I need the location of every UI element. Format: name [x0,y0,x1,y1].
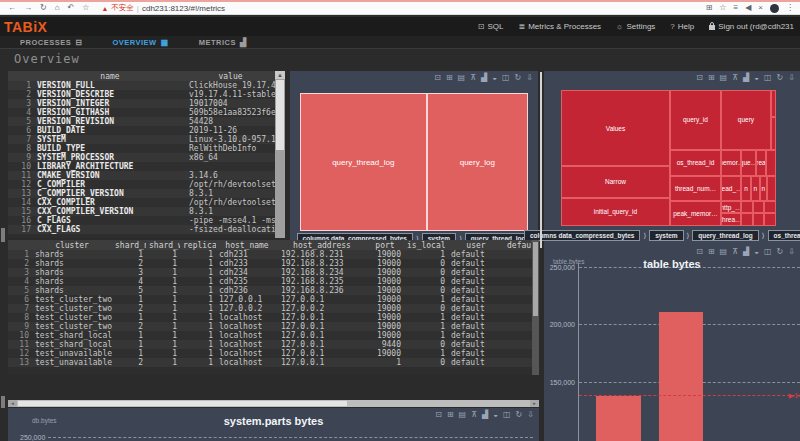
bar-mode-icon[interactable]: ▟ [482,410,488,420]
save-image-icon[interactable]: ▤ [459,410,467,420]
resize-grip[interactable] [1,396,5,408]
treemap-cell[interactable]: n [760,176,768,201]
save-image-icon[interactable]: ▤ [720,73,728,83]
autoscale-icon[interactable]: ⊼ [470,73,476,83]
autoscale-icon[interactable]: ⊼ [732,73,738,83]
table-row[interactable]: 10 test_shard_localho 1 1 1 localhost 12… [8,331,532,340]
treemap-cell[interactable]: memor… [721,150,741,176]
reload-icon[interactable]: ↻ [40,3,47,13]
treemap-cell[interactable]: thread_num… [670,176,721,201]
table-row[interactable]: 5 VERSION_REVISION 54428 [8,117,275,126]
pathbar-chip[interactable]: system [649,230,683,241]
table-row[interactable]: 15 CXX_COMPILER_VERSION 8.3.1 [8,207,275,216]
reset-axes-icon[interactable]: ↻ [516,410,523,420]
table-row[interactable]: 4 shards 4 1 1 cdh235 192.168.8.235 1900… [8,277,532,286]
table-row[interactable]: 5 shards 5 1 1 cdh236 192.168.8.236 1900… [8,286,532,295]
table-row[interactable]: 10 LIBRARY_ARCHITECTURE [8,162,275,171]
tab-overview[interactable]: OVERVIEW ▦ [112,38,168,47]
treemap-cell[interactable]: initial_query_id [561,198,670,226]
col-name[interactable]: name [34,71,186,81]
horizontal-scrollbar[interactable]: ◂ ▸ [8,400,539,407]
table-row[interactable]: 12 C_COMPILER /opt/rh/devtoolset-8/root/… [8,180,275,189]
treemap-cell[interactable]: rea [756,150,766,176]
col-index[interactable] [8,71,34,81]
scrollbar-thumb[interactable] [18,401,347,406]
zoom-box-icon[interactable]: ⊡ [435,410,442,420]
treemap-cell[interactable]: query_id [670,90,721,150]
table-row[interactable]: 8 BUILD_TYPE RelWithDebInfo [8,144,275,153]
bar-mode-icon[interactable]: ▟ [481,73,487,83]
nav-settings[interactable]: ☼ Settings [616,22,655,31]
column-header[interactable] [8,240,32,250]
treemap-cell[interactable] [753,213,765,226]
table-row[interactable]: 7 test_cluster_two_s 2 1 1 127.0.0.2 127… [8,304,532,313]
bar-mode-icon[interactable]: ▟ [743,247,749,257]
save-image-icon[interactable]: ▤ [720,247,728,257]
table-row[interactable]: 12 test_unavailable_s 1 1 1 localhost 12… [8,349,532,358]
table-row[interactable]: 3 shards 3 1 1 cdh234 192.168.8.234 1900… [8,268,532,277]
tab-processes[interactable]: PROCESSES ⊟ [20,38,82,47]
nav-sign-out[interactable]: Sign out (rd@cdh231 [709,22,794,32]
treemap-cell[interactable] [766,150,776,176]
favorite-star-icon[interactable]: ☆ [719,3,726,13]
treemap-cell[interactable] [764,213,776,226]
scroll-up-icon[interactable]: ▲ [275,71,285,79]
table-row[interactable]: 6 BUILD_DATE 2019-11-26 [8,126,275,135]
column-header[interactable]: host_address [278,240,366,250]
back-icon[interactable]: ← [8,3,16,13]
table-row[interactable]: 7 SYSTEM Linux-3.10.0-957.1.3.el7.x86 [8,135,275,144]
treemap-cell[interactable]: n [751,176,760,201]
hover-mode-icon[interactable]: ◒ [754,73,759,83]
pan-icon[interactable]: ⊞ [446,73,453,83]
pan-icon[interactable]: ⊞ [708,247,715,257]
column-header[interactable]: user [448,240,504,250]
profile-avatar[interactable] [770,4,779,13]
history-icon[interactable]: ↶ [68,3,75,13]
browser-menu-icon[interactable]: ⋮ [786,3,794,13]
column-header[interactable]: is_local [404,240,448,250]
resize-grip[interactable] [1,228,5,242]
save-image-icon[interactable]: ▤ [458,73,466,83]
reset-axes-icon[interactable]: ↻ [777,73,784,83]
treemap-cell[interactable]: Values [561,90,670,166]
table-row[interactable]: 2 shards 2 1 1 cdh233 192.168.8.233 1900… [8,259,532,268]
treemap-cell[interactable]: que… [741,150,756,176]
col-value[interactable]: value [186,71,275,81]
table-row[interactable]: 13 C_COMPILER_VERSION 8.3.1 [8,189,275,198]
scrollbar-thumb[interactable] [533,242,538,316]
treemap-cell[interactable]: query_log [427,93,528,231]
compare-mode-icon[interactable]: ◫ [502,73,510,83]
autoscale-icon[interactable]: ⊼ [732,247,738,257]
cluster-table-scrollbar[interactable] [532,240,539,375]
column-header[interactable]: host_name [216,240,278,250]
table-row[interactable]: 1 shards 1 1 1 cdh231 192.168.8.231 1900… [8,250,532,259]
home-icon[interactable]: ⌂ [55,3,60,13]
speaker-icon[interactable]: ◀ [745,3,751,13]
nav-help[interactable]: ? Help [670,22,694,31]
forward-icon[interactable]: → [24,3,32,13]
treemap-cell[interactable]: query [721,90,771,150]
download-icon[interactable]: ⇩ [788,73,795,83]
pan-icon[interactable]: ⊞ [447,410,454,420]
scroll-left-icon[interactable]: ◂ [8,400,17,407]
table-row[interactable]: 17 CXX_FLAGS -fsized-deallocation -pipe … [8,225,275,234]
treemap-cell[interactable] [753,201,765,214]
hover-mode-icon[interactable]: ◒ [754,247,759,257]
bar[interactable] [596,396,641,441]
nav-sql[interactable]: ⊡ SQL [478,22,504,31]
treemap-cell[interactable]: query_thread_log [300,93,427,231]
compare-mode-icon[interactable]: ◫ [503,410,511,420]
treemap-cell[interactable]: n [741,176,751,201]
treemap-cell[interactable]: peak_memor… [670,201,721,226]
table-row[interactable]: 13 test_unavailable_s 2 1 1 localhost 12… [8,358,532,367]
table-row[interactable]: 6 test_cluster_two_s 1 1 1 127.0.0.1 127… [8,295,532,304]
download-icon[interactable]: ⇩ [526,73,533,83]
hover-mode-icon[interactable]: ◒ [493,410,498,420]
column-header[interactable]: cluster [32,240,112,250]
bar[interactable] [659,312,704,441]
hover-mode-icon[interactable]: ◒ [492,73,497,83]
column-header[interactable]: shard_we [146,240,180,250]
treemap-cell[interactable]: read_… [721,176,741,201]
url-text[interactable]: cdh231:8123/#!/metrics [142,4,225,13]
column-header[interactable]: default [504,240,532,250]
